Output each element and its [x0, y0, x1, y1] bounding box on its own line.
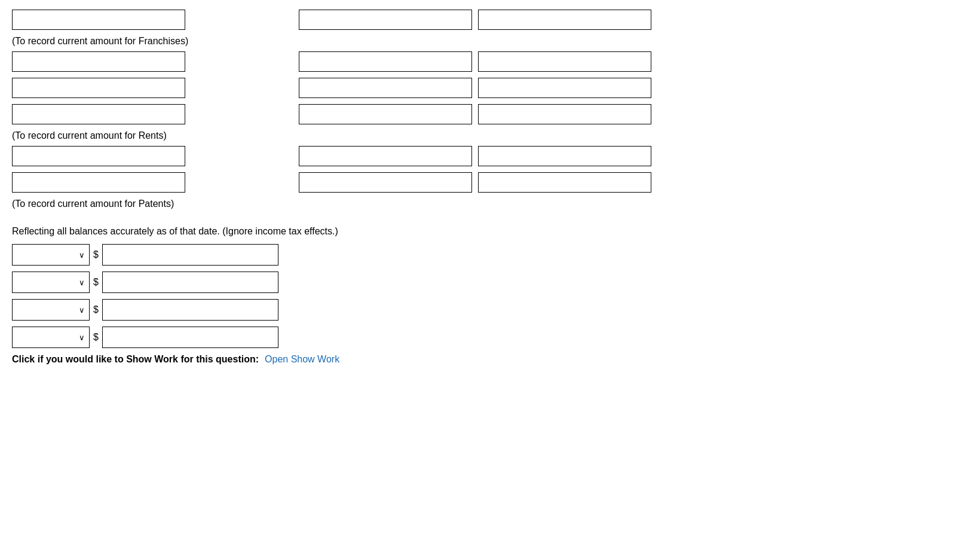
- rents-row1-right[interactable]: [478, 51, 651, 72]
- balance-text: Reflecting all balances accurately as of…: [12, 226, 968, 237]
- patents-row2-left[interactable]: [12, 172, 185, 193]
- rents-row2-mid[interactable]: [299, 78, 472, 98]
- rents-row3-left[interactable]: [12, 104, 185, 124]
- dropdown-1-wrapper[interactable]: [12, 244, 90, 266]
- patents-row1-right[interactable]: [478, 146, 651, 166]
- rents-row3-right[interactable]: [478, 104, 651, 124]
- dollar-sign-3: $: [93, 304, 99, 315]
- amount-input-3[interactable]: [102, 299, 278, 321]
- dollar-sign-2: $: [93, 277, 99, 288]
- dropdown-4-wrapper[interactable]: [12, 327, 90, 348]
- franchises-label: (To record current amount for Franchises…: [12, 36, 968, 47]
- dropdown-2-wrapper[interactable]: [12, 272, 90, 293]
- dropdown-2[interactable]: [12, 272, 90, 293]
- franchise-row1-right[interactable]: [478, 10, 651, 30]
- amount-input-4[interactable]: [102, 327, 278, 348]
- rents-label: (To record current amount for Rents): [12, 130, 968, 141]
- dropdown-4[interactable]: [12, 327, 90, 348]
- patents-label: (To record current amount for Patents): [12, 199, 968, 209]
- patents-row2-mid[interactable]: [299, 172, 472, 193]
- rents-row2-left[interactable]: [12, 78, 185, 98]
- patents-row1-mid[interactable]: [299, 146, 472, 166]
- patents-row2-right[interactable]: [478, 172, 651, 193]
- dropdown-3-wrapper[interactable]: [12, 299, 90, 321]
- open-show-work-link[interactable]: Open Show Work: [265, 354, 339, 365]
- dropdown-1[interactable]: [12, 244, 90, 266]
- patents-row1-left[interactable]: [12, 146, 185, 166]
- dollar-sign-4: $: [93, 332, 99, 343]
- rents-row1-mid[interactable]: [299, 51, 472, 72]
- dollar-sign-1: $: [93, 249, 99, 260]
- dropdown-3[interactable]: [12, 299, 90, 321]
- amount-input-1[interactable]: [102, 244, 278, 266]
- amount-input-2[interactable]: [102, 272, 278, 293]
- rents-row1-left[interactable]: [12, 51, 185, 72]
- show-work-label: Click if you would like to Show Work for…: [12, 354, 259, 365]
- rents-row2-right[interactable]: [478, 78, 651, 98]
- franchise-row1-mid[interactable]: [299, 10, 472, 30]
- rents-row3-mid[interactable]: [299, 104, 472, 124]
- franchise-row1-left[interactable]: [12, 10, 185, 30]
